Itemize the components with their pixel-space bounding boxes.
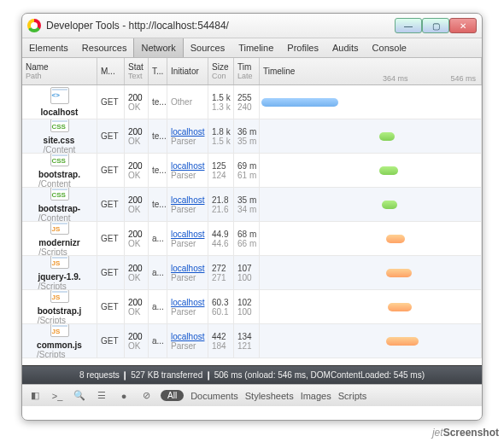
col-type[interactable]: T... <box>149 58 167 84</box>
filter-all[interactable]: All <box>161 390 184 401</box>
table-row[interactable]: JScommon.js/ScriptsGET200OKa...localhost… <box>22 324 482 358</box>
panel-tabs: ElementsResourcesNetworkSourcesTimelineP… <box>22 38 482 58</box>
filter-documents[interactable]: Documents <box>190 391 238 401</box>
table-row[interactable]: JSjquery-1.9./ScriptsGET200OKa...localho… <box>22 256 482 290</box>
col-initiator[interactable]: Initiator <box>167 58 208 84</box>
window-title: Developer Tools - http://localhost:54484… <box>46 20 229 32</box>
table-row[interactable]: CSSsite.css/ContentGET200OKte...localhos… <box>22 119 482 154</box>
file-icon: CSS <box>50 119 69 132</box>
file-icon: JS <box>50 222 69 235</box>
minimize-button[interactable]: — <box>395 18 422 33</box>
status-bar: 8 requests ❙ 527 KB transferred ❙ 506 ms… <box>22 365 482 384</box>
table-row[interactable]: JSmodernizr/ScriptsGET200OKa...localhost… <box>22 222 482 256</box>
file-icon: CSS <box>50 188 69 201</box>
maximize-button[interactable]: ▢ <box>422 18 449 33</box>
tab-profiles[interactable]: Profiles <box>280 38 325 57</box>
bottom-toolbar: ◧ >_ 🔍 ☰ ● ⊘ All Documents Stylesheets I… <box>22 384 482 406</box>
filter-scripts[interactable]: Scripts <box>338 391 367 401</box>
tab-resources[interactable]: Resources <box>75 38 134 57</box>
col-status[interactable]: StatText <box>125 58 149 84</box>
tab-timeline[interactable]: Timeline <box>231 38 280 57</box>
col-method[interactable]: M... <box>97 58 125 84</box>
table-row[interactable]: CSSbootstrap-/ContentGET200OKte...localh… <box>22 188 482 222</box>
file-icon: JS <box>50 290 69 303</box>
tab-console[interactable]: Console <box>366 38 413 57</box>
col-timeline[interactable]: Timeline364 ms546 ms <box>260 58 482 84</box>
file-icon: JS <box>50 256 69 269</box>
file-icon: JS <box>50 324 69 337</box>
col-name[interactable]: NamePath <box>22 58 97 84</box>
table-row[interactable]: <>localhostGET200OKte...Other1.5 k1.3 k2… <box>22 85 482 119</box>
request-table-body: <>localhostGET200OKte...Other1.5 k1.3 k2… <box>22 85 482 365</box>
record-icon[interactable]: ● <box>116 389 132 403</box>
console-icon[interactable]: >_ <box>50 389 65 403</box>
table-header: NamePath M... StatText T... Initiator Si… <box>22 58 482 85</box>
tab-sources[interactable]: Sources <box>184 38 231 57</box>
devtools-window: Developer Tools - http://localhost:54484… <box>21 13 483 421</box>
titlebar[interactable]: Developer Tools - http://localhost:54484… <box>22 14 482 38</box>
tab-elements[interactable]: Elements <box>22 38 75 57</box>
tab-audits[interactable]: Audits <box>325 38 366 57</box>
watermark: jetScreenshot <box>432 427 499 439</box>
table-row[interactable]: JSbootstrap.j/ScriptsGET200OKa...localho… <box>22 290 482 324</box>
col-size[interactable]: SizeCon <box>208 58 234 84</box>
close-button[interactable]: ✕ <box>449 18 477 33</box>
list-icon[interactable]: ☰ <box>94 389 109 403</box>
file-icon: CSS <box>50 154 69 166</box>
table-row[interactable]: CSSbootstrap./ContentGET200OKte...localh… <box>22 154 482 188</box>
dock-icon[interactable]: ◧ <box>27 389 43 403</box>
col-time[interactable]: TimLate <box>234 58 260 84</box>
file-icon: <> <box>50 87 69 104</box>
filter-images[interactable]: Images <box>301 391 331 401</box>
search-icon[interactable]: 🔍 <box>72 389 87 403</box>
tab-network[interactable]: Network <box>133 38 183 57</box>
clear-icon[interactable]: ⊘ <box>138 389 154 403</box>
chrome-icon <box>27 19 41 32</box>
filter-stylesheets[interactable]: Stylesheets <box>245 391 294 401</box>
